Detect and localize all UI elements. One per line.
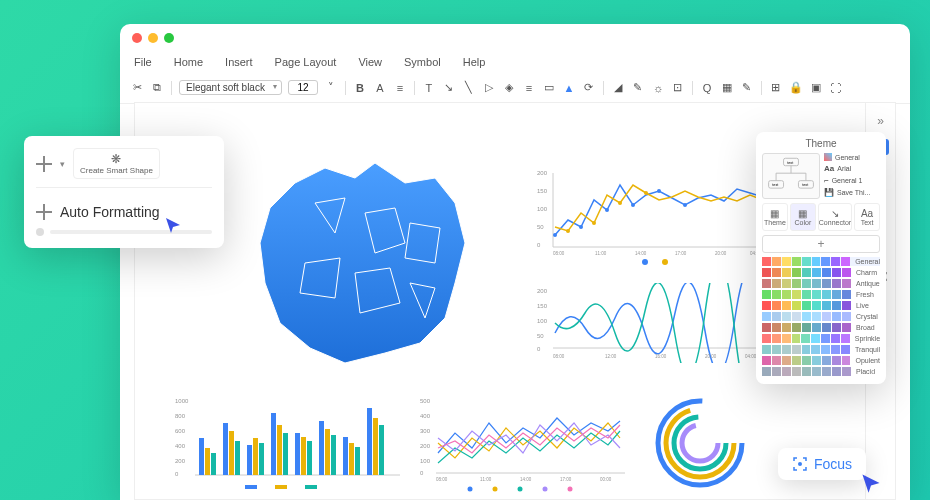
- menu-home[interactable]: Home: [174, 56, 203, 68]
- chart-multiline[interactable]: 5004003002001000 08:0011:0014:0017:0000:…: [420, 393, 630, 493]
- menu-view[interactable]: View: [358, 56, 382, 68]
- chart-lines-1[interactable]: 200150100500 08:0011:0014:0017:0020:0004…: [535, 165, 775, 265]
- create-smart-shape-button[interactable]: ❋ Create Smart Shape: [73, 148, 160, 179]
- svg-rect-65: [373, 418, 378, 475]
- menu-insert[interactable]: Insert: [225, 56, 253, 68]
- connector-icon[interactable]: ↘: [442, 81, 456, 95]
- palette-placid[interactable]: Placid: [762, 367, 880, 376]
- group-icon[interactable]: ⊞: [769, 81, 783, 95]
- rotate-icon[interactable]: ⟳: [582, 81, 596, 95]
- spark-icon-2: [36, 204, 52, 220]
- theme-preview[interactable]: texttexttext: [762, 153, 820, 199]
- theme-opt-general[interactable]: General: [824, 153, 880, 161]
- svg-rect-49: [247, 445, 252, 475]
- font-color-icon[interactable]: A: [373, 81, 387, 95]
- bars: [199, 408, 384, 475]
- menubar: File Home Insert Page Layout View Symbol…: [120, 52, 910, 76]
- chart-wavy[interactable]: 200150100500 08:0012:0016:0020:0004:00: [535, 283, 775, 363]
- zoom-icon[interactable]: Q: [700, 81, 714, 95]
- effects-icon[interactable]: ☼: [651, 81, 665, 95]
- pointer-icon[interactable]: ▷: [482, 81, 496, 95]
- focus-button[interactable]: Focus: [778, 448, 866, 480]
- theme-opt-general1[interactable]: ⌐General 1: [824, 176, 880, 185]
- svg-text:16:00: 16:00: [655, 354, 667, 359]
- fill-icon[interactable]: ▲: [562, 81, 576, 95]
- layers-icon[interactable]: ◈: [502, 81, 516, 95]
- tab-text[interactable]: AaText: [854, 203, 880, 231]
- palette-crystal[interactable]: Crystal: [762, 312, 880, 321]
- svg-rect-64: [367, 408, 372, 475]
- palette-opulent[interactable]: Opulent: [762, 356, 880, 365]
- svg-point-16: [644, 191, 648, 195]
- chart-bars[interactable]: 10008006004002000: [175, 393, 405, 493]
- svg-text:08:00: 08:00: [436, 477, 448, 482]
- theme-opt-save[interactable]: 💾Save Thi...: [824, 188, 880, 197]
- arrange-icon[interactable]: ▣: [809, 81, 823, 95]
- svg-rect-67: [245, 485, 257, 489]
- font-selector[interactable]: Elegant soft black: [179, 80, 282, 95]
- svg-text:17:00: 17:00: [560, 477, 572, 482]
- tab-theme[interactable]: ▦Theme: [762, 203, 788, 231]
- grid-icon[interactable]: ▦: [720, 81, 734, 95]
- maximize-icon[interactable]: [164, 33, 174, 43]
- cut-icon[interactable]: ✂: [130, 81, 144, 95]
- chart-rings[interactable]: [645, 393, 755, 493]
- svg-point-23: [642, 259, 648, 265]
- svg-rect-48: [235, 441, 240, 475]
- menu-symbol[interactable]: Symbol: [404, 56, 441, 68]
- formatting-slider[interactable]: [36, 228, 212, 236]
- palette-broad[interactable]: Broad: [762, 323, 880, 332]
- text-tool-icon[interactable]: T: [422, 81, 436, 95]
- svg-point-84: [518, 487, 523, 492]
- svg-point-8: [579, 225, 583, 229]
- font-size-selector[interactable]: 12: [288, 80, 318, 95]
- bold-icon[interactable]: B: [353, 81, 367, 95]
- paint-icon[interactable]: ◢: [611, 81, 625, 95]
- palette-tranquil[interactable]: Tranquil: [762, 345, 880, 354]
- minimize-icon[interactable]: [148, 33, 158, 43]
- palette-charm[interactable]: Charm: [762, 268, 880, 277]
- copy-icon[interactable]: ⧉: [150, 81, 164, 95]
- tab-connector[interactable]: ↘Connector: [818, 203, 852, 231]
- palette-general[interactable]: General: [762, 257, 880, 266]
- svg-text:400: 400: [175, 443, 186, 449]
- menu-help[interactable]: Help: [463, 56, 486, 68]
- menu-file[interactable]: File: [134, 56, 152, 68]
- align-icon[interactable]: ≡: [393, 81, 407, 95]
- lock-icon[interactable]: 🔒: [789, 81, 803, 95]
- svg-text:500: 500: [420, 398, 431, 404]
- svg-point-12: [683, 203, 687, 207]
- svg-text:200: 200: [420, 443, 431, 449]
- svg-point-85: [543, 487, 548, 492]
- shape-icon[interactable]: ▭: [542, 81, 556, 95]
- pen-icon[interactable]: ✎: [740, 81, 754, 95]
- collapse-icon[interactable]: »: [873, 113, 889, 129]
- svg-rect-53: [277, 425, 282, 475]
- palette-fresh[interactable]: Fresh: [762, 290, 880, 299]
- cursor-icon: [164, 216, 182, 234]
- auto-formatting-panel: ▾ ❋ Create Smart Shape Auto Formatting: [24, 136, 224, 248]
- add-palette-button[interactable]: +: [762, 235, 880, 253]
- eyedropper-icon[interactable]: ✎: [631, 81, 645, 95]
- svg-text:0: 0: [175, 471, 179, 477]
- theme-opt-arial[interactable]: AaArial: [824, 164, 880, 173]
- map-shape[interactable]: [245, 153, 485, 383]
- menu-page-layout[interactable]: Page Layout: [275, 56, 337, 68]
- svg-rect-61: [343, 437, 348, 475]
- svg-rect-51: [259, 443, 264, 475]
- palette-sprinkle[interactable]: Sprinkle: [762, 334, 880, 343]
- svg-text:100: 100: [537, 206, 548, 212]
- close-icon[interactable]: [132, 33, 142, 43]
- palette-live[interactable]: Live: [762, 301, 880, 310]
- tab-color[interactable]: ▦Color: [790, 203, 816, 231]
- expand-icon[interactable]: ⛶: [829, 81, 843, 95]
- theme-panel: Theme texttexttext General AaArial ⌐Gene…: [756, 132, 886, 384]
- window-controls: [120, 24, 910, 52]
- theme-title: Theme: [762, 138, 880, 149]
- menu-icon[interactable]: ≡: [522, 81, 536, 95]
- palette-antique[interactable]: Antique: [762, 279, 880, 288]
- crop-icon[interactable]: ⊡: [671, 81, 685, 95]
- svg-text:1000: 1000: [175, 398, 189, 404]
- line-icon[interactable]: ╲: [462, 81, 476, 95]
- decrease-size-icon[interactable]: ˅: [324, 81, 338, 95]
